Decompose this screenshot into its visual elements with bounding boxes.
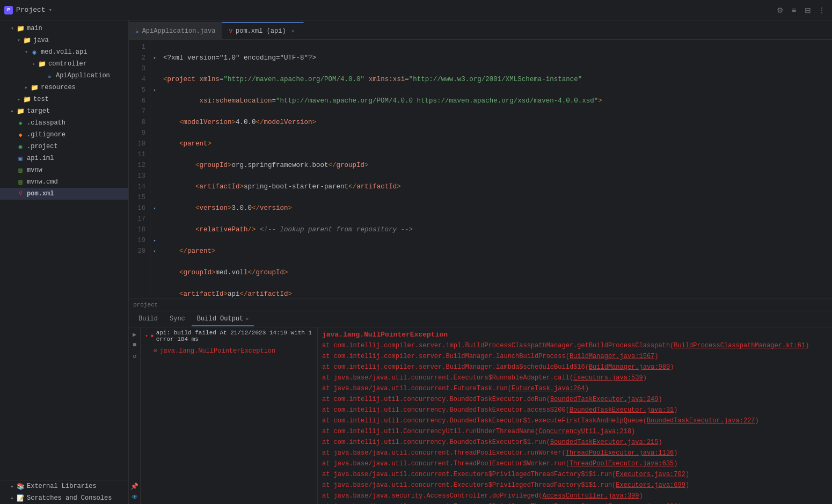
- sidebar-item-pomxml[interactable]: ▸ V pom.xml: [0, 188, 128, 200]
- list-button[interactable]: ≡: [788, 4, 800, 16]
- settings-button[interactable]: ⚙: [774, 4, 786, 16]
- sidebar-item-mvnwcmd[interactable]: ▸ ▤ mvnw.cmd: [0, 176, 128, 188]
- scratches-icon: 📝: [16, 494, 25, 502]
- project-label[interactable]: Project: [16, 6, 46, 14]
- sidebar-item-scratches[interactable]: ▸ 📝 Scratches and Consoles: [0, 492, 128, 504]
- sidebar-item-external-libraries[interactable]: ▸ 📚 External Libraries: [0, 480, 128, 492]
- build-error-header[interactable]: ▾ ● api: build failed At 21/12/2023 14:1…: [141, 327, 317, 345]
- label-apiml: api.iml: [27, 155, 54, 162]
- rerun-icon[interactable]: ↺: [130, 351, 140, 361]
- project-file-icon: ◉: [16, 142, 25, 151]
- label-apiapplication: ApiApplication: [56, 72, 110, 79]
- stack-line-3: at com.intellij.compiler.server.BuildMan…: [322, 362, 828, 372]
- sidebar-item-classpath[interactable]: ▸ ◈ .classpath: [0, 117, 128, 129]
- stack-line-13: at java.base/java.util.concurrent.Execut…: [322, 469, 828, 480]
- tab-pom-icon: V: [229, 28, 232, 34]
- sidebar-item-mvnw[interactable]: ▸ ▤ mvnw: [0, 164, 128, 176]
- code-line-2: <project xmlns="http://maven.apache.org/…: [163, 74, 832, 85]
- folder-java-icon: 📁: [23, 36, 31, 45]
- label-gitignore: .gitignore: [27, 131, 65, 138]
- sidebar-item-package[interactable]: ▾ ◉ med.voll.api: [0, 46, 128, 58]
- sidebar-bottom: ▸ 📚 External Libraries ▸ 📝 Scratches and…: [0, 480, 128, 504]
- sidebar-item-test[interactable]: ▸ 📁 test: [0, 93, 128, 105]
- label-scratches: Scratches and Consoles: [27, 494, 112, 502]
- error-item-icon: ⊗: [154, 347, 157, 355]
- gutter-15: [150, 192, 159, 203]
- sidebar-item-java[interactable]: ▾ 📁 java: [0, 34, 128, 46]
- folder-resources-icon: 📁: [30, 83, 39, 92]
- tab-pom-label: pom.xml (api): [236, 27, 286, 35]
- build-tab-build[interactable]: Build: [133, 312, 163, 326]
- build-tab-sync-label: Sync: [170, 315, 185, 323]
- project-dropdown-arrow[interactable]: ▾: [49, 6, 53, 13]
- sidebar-item-controller[interactable]: ▸ 📁 controller: [0, 58, 128, 70]
- stack-line-14: at java.base/java.util.concurrent.Execut…: [322, 480, 828, 491]
- gutter-1: [150, 42, 159, 53]
- folder-controller-icon: 📁: [38, 60, 46, 68]
- run-icon[interactable]: ▶: [130, 330, 140, 339]
- build-content: ▶ ■ ↺ 📌 👁 ▾ ● api: build failed At 21/12…: [129, 327, 832, 504]
- main-layout: ▾ 📁 main ▾ 📁 java ▾ ◉ med.voll.api ▸ 📁 c…: [0, 20, 832, 504]
- label-package: med.voll.api: [41, 48, 87, 56]
- gutter-16[interactable]: ▾: [150, 203, 159, 214]
- sidebar-item-gitignore[interactable]: ▸ ◆ .gitignore: [0, 129, 128, 141]
- project-icon: P: [4, 6, 13, 14]
- breadcrumb: project: [133, 302, 158, 308]
- gutter-20[interactable]: ▾: [150, 246, 159, 257]
- sidebar-item-target[interactable]: ▸ 📁 target: [0, 105, 128, 117]
- label-resources: resources: [41, 84, 76, 91]
- build-tab-output-label: Build Output: [197, 315, 243, 323]
- sidebar-item-resources[interactable]: ▸ 📁 resources: [0, 82, 128, 93]
- tab-java-label: ApiApplication.java: [142, 27, 216, 35]
- code-line-5: <parent>: [163, 138, 832, 149]
- eye-icon[interactable]: 👁: [130, 492, 140, 502]
- build-panel: Build Sync Build Output ✕ ▶ ■ ↺ �: [129, 311, 832, 504]
- gutter-17: [150, 214, 159, 224]
- build-error-item[interactable]: ⊗ java.lang.NullPointerException: [141, 345, 317, 357]
- stop-icon[interactable]: ■: [130, 340, 140, 350]
- gutter-5[interactable]: ▾: [150, 85, 159, 96]
- build-error-summary: api: build failed At 21/12/2023 14:19 wi…: [156, 330, 313, 342]
- stack-line-9: at com.intellij.util.ConcurrencyUtil.run…: [322, 426, 828, 437]
- stack-line-6: at com.intellij.util.concurrency.Bounded…: [322, 394, 828, 405]
- mvnw-icon: ▤: [16, 166, 25, 174]
- tab-pom[interactable]: V pom.xml (api) ✕: [222, 22, 303, 39]
- collapse-button[interactable]: ⊟: [802, 4, 814, 16]
- pin-icon[interactable]: 📌: [130, 481, 140, 491]
- mvnwcmd-icon: ▤: [16, 178, 25, 186]
- code-line-3: xsi:schemaLocation="http://maven.apache.…: [163, 96, 832, 106]
- title-bar-left: P Project ▾: [4, 6, 133, 14]
- gutter-2[interactable]: ▾: [150, 53, 159, 63]
- stack-line-10: at com.intellij.util.concurrency.Bounded…: [322, 437, 828, 448]
- code-content[interactable]: <?xml version="1.0" encoding="UTF-8"?> <…: [159, 40, 832, 298]
- stack-line-2: at com.intellij.compiler.server.BuildMan…: [322, 351, 828, 362]
- folder-test-icon: 📁: [23, 95, 31, 104]
- stack-line-11: at java.base/java.util.concurrent.Thread…: [322, 448, 828, 458]
- sidebar-item-apiml[interactable]: ▸ ▣ api.iml: [0, 152, 128, 164]
- build-tabs: Build Sync Build Output ✕: [129, 311, 832, 327]
- gutter-7: [150, 106, 159, 117]
- gutter-18: [150, 224, 159, 235]
- label-target: target: [27, 107, 50, 115]
- sidebar-item-project-file[interactable]: ▸ ◉ .project: [0, 141, 128, 152]
- code-editor[interactable]: 12345 678910 1112131415 1617181920 ▾ ▾: [129, 40, 832, 298]
- tab-java-icon: ☕: [135, 27, 139, 34]
- sidebar-item-apiapplication[interactable]: ▸ ☕ ApiApplication: [0, 70, 128, 82]
- build-panel-icons: ▶ ■ ↺ 📌 👁: [129, 327, 141, 504]
- build-tab-close[interactable]: ✕: [245, 316, 249, 322]
- gutter: ▾ ▾ ▾ ▾ ▾: [150, 40, 159, 298]
- gutter-10: [150, 138, 159, 149]
- more-button[interactable]: ⋮: [816, 4, 828, 16]
- build-tab-output[interactable]: Build Output ✕: [192, 312, 254, 326]
- stack-line-7: at com.intellij.util.concurrency.Bounded…: [322, 405, 828, 415]
- build-tab-sync[interactable]: Sync: [164, 312, 191, 326]
- arrow-controller: ▸: [30, 60, 38, 68]
- sidebar-item-main[interactable]: ▾ 📁 main: [0, 23, 128, 34]
- arrow-target: ▸: [9, 107, 16, 115]
- gutter-19[interactable]: ▾: [150, 235, 159, 246]
- stack-line-4: at java.base/java.util.concurrent.Execut…: [322, 372, 828, 383]
- tab-java[interactable]: ☕ ApiApplication.java: [129, 22, 222, 39]
- tab-pom-close[interactable]: ✕: [289, 27, 297, 35]
- build-main-output[interactable]: java.lang.NullPointerException at com.in…: [318, 327, 832, 504]
- arrow-ext-lib: ▸: [9, 483, 16, 490]
